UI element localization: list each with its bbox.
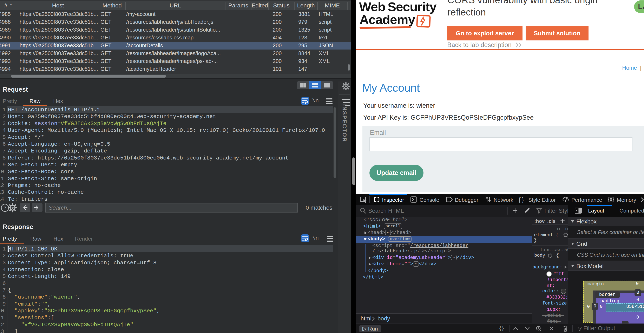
svg-text:?: ? — [4, 205, 6, 210]
